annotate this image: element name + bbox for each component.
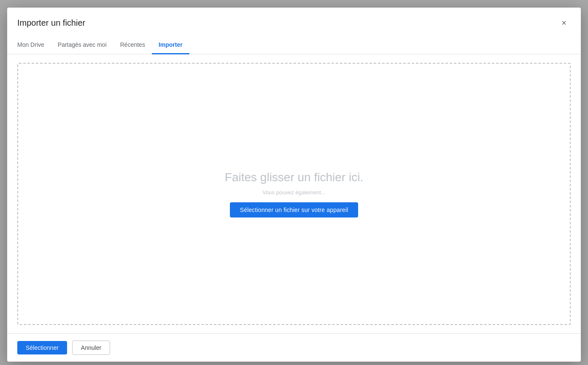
dialog-body: Faites glisser un fichier ici. Vous pouv… — [7, 54, 581, 333]
import-file-dialog: Importer un fichier × Mon Drive Partagés… — [7, 8, 581, 362]
tab-importer[interactable]: Importer — [152, 36, 189, 54]
dialog-footer: Sélectionner Annuler — [7, 333, 581, 362]
select-button[interactable]: Sélectionner — [17, 341, 67, 354]
tab-mon-drive[interactable]: Mon Drive — [17, 36, 51, 54]
drop-zone-title: Faites glisser un fichier ici. — [225, 171, 363, 184]
dialog-header: Importer un fichier × — [7, 8, 581, 36]
select-file-button[interactable]: Sélectionner un fichier sur votre appare… — [230, 202, 358, 217]
tab-bar: Mon Drive Partagés avec moi Récentes Imp… — [7, 36, 581, 54]
tab-partages-avec-moi[interactable]: Partagés avec moi — [51, 36, 113, 54]
drop-zone-subtitle: Vous pouvez également... — [262, 189, 326, 196]
tab-recentes[interactable]: Récentes — [113, 36, 152, 54]
drop-zone[interactable]: Faites glisser un fichier ici. Vous pouv… — [17, 63, 571, 325]
dialog-title: Importer un fichier — [17, 18, 85, 28]
cancel-button[interactable]: Annuler — [72, 341, 110, 355]
close-button[interactable]: × — [557, 16, 571, 30]
